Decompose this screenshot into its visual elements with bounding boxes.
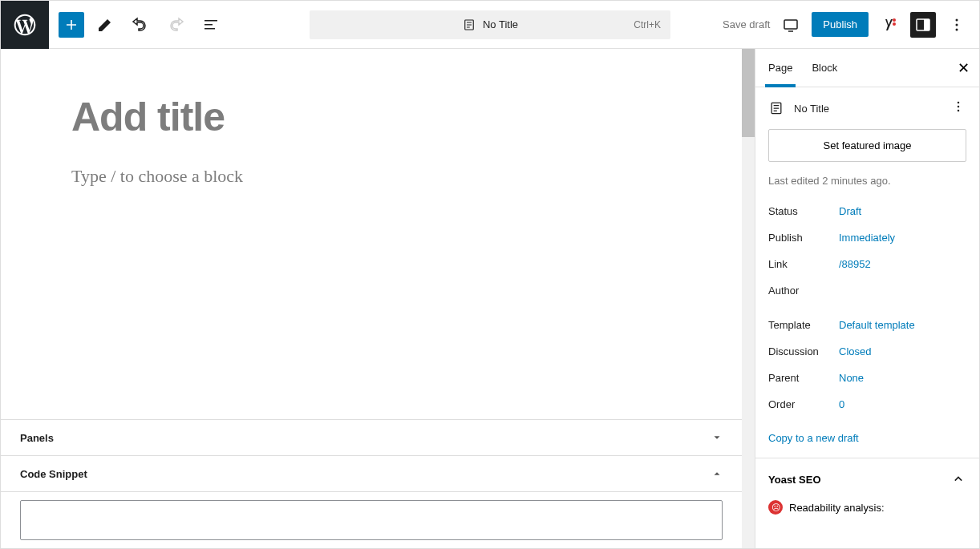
options-menu-icon[interactable] — [944, 12, 970, 38]
scrollbar-thumb[interactable] — [742, 49, 755, 137]
editor-canvas-area: Add title Type / to choose a block Panel… — [1, 49, 755, 548]
chevron-up-icon — [711, 468, 723, 479]
settings-sidebar: Page Block ✕ No Title Set featured image… — [755, 49, 979, 548]
svg-point-12 — [958, 110, 960, 112]
redo-icon[interactable] — [161, 10, 190, 39]
row-order[interactable]: Order0 — [755, 391, 979, 418]
row-publish[interactable]: PublishImmediately — [755, 224, 979, 251]
svg-point-7 — [956, 23, 958, 26]
edit-tool-icon[interactable] — [91, 10, 119, 39]
topbar-actions: Save draft Publish — [723, 12, 979, 38]
svg-point-2 — [893, 18, 896, 22]
publish-button[interactable]: Publish — [812, 12, 869, 37]
yoast-seo-panel[interactable]: Yoast SEO — [755, 458, 979, 500]
row-template[interactable]: TemplateDefault template — [755, 312, 979, 338]
document-title-bar[interactable]: No Title Ctrl+K — [310, 10, 670, 39]
svg-rect-5 — [924, 19, 929, 30]
row-link[interactable]: Link/88952 — [755, 251, 979, 277]
code-snippet-toggle[interactable]: Code Snippet — [1, 456, 742, 492]
bottom-panels: Panels Code Snippet — [1, 419, 742, 548]
settings-panel-toggle-icon[interactable] — [910, 12, 936, 38]
sad-face-icon: ☹ — [768, 500, 783, 515]
row-discussion[interactable]: DiscussionClosed — [755, 338, 979, 365]
last-edited-text: Last edited 2 minutes ago. — [755, 170, 979, 198]
sidebar-tabs: Page Block ✕ — [755, 49, 979, 87]
sidebar-content: No Title Set featured image Last edited … — [755, 87, 979, 548]
tab-page[interactable]: Page — [768, 49, 792, 87]
editor-topbar: No Title Ctrl+K Save draft Publish — [1, 1, 979, 49]
undo-icon[interactable] — [126, 10, 155, 39]
chevron-down-icon — [711, 432, 723, 443]
svg-rect-1 — [784, 20, 797, 29]
document-overview-icon[interactable] — [196, 10, 225, 39]
copy-to-draft[interactable]: Copy to a new draft — [755, 418, 979, 458]
view-preview-icon[interactable] — [778, 12, 804, 38]
document-title-text: No Title — [483, 18, 518, 30]
add-block-button[interactable] — [59, 12, 84, 38]
editor-scrollbar[interactable] — [742, 49, 755, 548]
sidebar-doc-row: No Title — [755, 87, 979, 129]
svg-point-6 — [956, 18, 958, 21]
panels-toggle[interactable]: Panels — [1, 420, 742, 456]
page-icon — [768, 100, 784, 116]
title-input-placeholder[interactable]: Add title — [71, 94, 684, 140]
sidebar-doc-title: No Title — [794, 103, 829, 115]
row-author[interactable]: Author — [755, 277, 979, 304]
yoast-icon[interactable] — [877, 12, 902, 38]
row-status[interactable]: StatusDraft — [755, 198, 979, 224]
editor-canvas[interactable]: Add title Type / to choose a block — [1, 49, 755, 187]
row-parent[interactable]: ParentNone — [755, 365, 979, 391]
readability-row[interactable]: ☹ Readability analysis: — [755, 500, 979, 523]
doc-actions-icon[interactable] — [950, 99, 966, 118]
svg-point-8 — [956, 28, 958, 30]
tab-block[interactable]: Block — [812, 49, 837, 87]
code-snippet-textarea[interactable] — [20, 500, 723, 540]
svg-point-3 — [893, 22, 896, 26]
topbar-tools — [84, 10, 225, 39]
main-area: Add title Type / to choose a block Panel… — [1, 49, 979, 548]
wordpress-logo[interactable] — [1, 1, 49, 49]
block-placeholder[interactable]: Type / to choose a block — [71, 166, 684, 187]
code-snippet-label: Code Snippet — [20, 468, 87, 480]
panels-label: Panels — [20, 432, 54, 444]
set-featured-image-button[interactable]: Set featured image — [768, 129, 966, 162]
chevron-up-icon — [950, 471, 966, 487]
save-draft-button[interactable]: Save draft — [723, 18, 770, 30]
svg-point-11 — [958, 106, 960, 108]
svg-point-10 — [958, 102, 960, 104]
shortcut-hint: Ctrl+K — [634, 19, 661, 30]
close-icon[interactable]: ✕ — [958, 59, 970, 77]
page-icon — [462, 18, 476, 32]
